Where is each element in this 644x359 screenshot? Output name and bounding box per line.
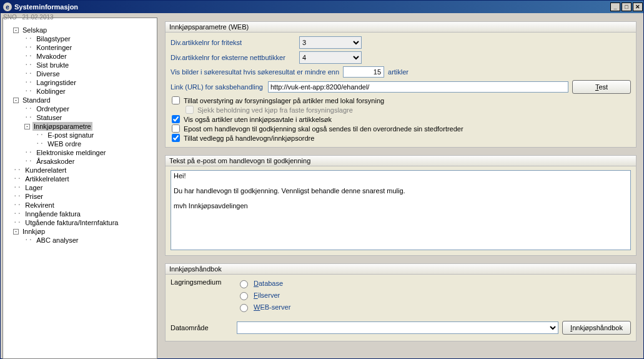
tree-item[interactable]: ·· Elektroniske meldinger: [3, 148, 156, 157]
tree-item[interactable]: ·· Diverse: [3, 69, 156, 78]
tree-item[interactable]: ·· Lager: [3, 183, 156, 192]
tree-item[interactable]: -Selskap: [3, 26, 156, 34]
group-title-handbok: Innkjøpshåndbok: [166, 264, 636, 275]
tree-item-label[interactable]: E-post signatur: [46, 131, 95, 139]
tree-item[interactable]: ·· Utgående faktura/Internfaktura: [3, 218, 156, 227]
tree-item-label[interactable]: Selskap: [21, 26, 48, 34]
minimize-button[interactable]: _: [610, 3, 620, 11]
tree-item-label[interactable]: Innkjøp: [21, 227, 46, 236]
radio-database[interactable]: [240, 280, 248, 288]
chk-vedlegg[interactable]: [172, 134, 180, 142]
textarea-epost[interactable]: Hei! Du har handlevogn til godkjenning. …: [171, 170, 631, 250]
label-vedlegg: Tillat vedlegg på handlevogn/innkjøpsord…: [184, 134, 314, 142]
tree-item-label[interactable]: Lager: [24, 183, 44, 192]
input-bilder[interactable]: [343, 66, 384, 78]
collapse-icon[interactable]: -: [13, 28, 19, 33]
tree-item-label[interactable]: Elektroniske meldinger: [35, 148, 107, 157]
group-title-epost: Tekst på e-post om handlevogn til godkje…: [166, 156, 636, 166]
tree-item-label[interactable]: Standard: [21, 96, 52, 104]
radio-filserver[interactable]: [240, 292, 248, 300]
tree-item[interactable]: ·· Konteringer: [3, 43, 156, 52]
tree-item[interactable]: -Innkjøpsparametre: [3, 122, 156, 131]
tree: -Selskap·· Bilagstyper·· Konteringer·· M…: [3, 24, 157, 246]
close-button[interactable]: ✕: [633, 3, 643, 11]
group-title: Innkjøpsparametre (WEB): [166, 22, 636, 33]
label-bilder-pre: Vis bilder i søkeresultat hvis søkeresul…: [171, 68, 339, 76]
tree-item[interactable]: ·· ABC analyser: [3, 236, 156, 245]
tree-item-label[interactable]: Kunderelatert: [24, 166, 67, 174]
chk-overstyring[interactable]: [172, 96, 180, 104]
tree-item-label[interactable]: Diverse: [35, 69, 61, 78]
radio-web-server[interactable]: [240, 304, 248, 312]
collapse-icon[interactable]: -: [13, 229, 19, 235]
window-buttons: _ □ ✕: [610, 1, 643, 13]
tree-panel[interactable]: -Selskap·· Bilagstyper·· Konteringer·· M…: [2, 18, 157, 359]
body: -Selskap·· Bilagstyper·· Konteringer·· M…: [1, 13, 643, 358]
tree-item-label[interactable]: Inngående faktura: [24, 210, 82, 218]
chk-visogsa[interactable]: [172, 115, 180, 123]
label-visogsa: Vis også artikler uten innkjøpsavtale i …: [184, 116, 332, 123]
tree-item[interactable]: ·· Koblinger: [3, 87, 156, 96]
group-innkjopsparametre: Innkjøpsparametre (WEB) Div.artikkelnr f…: [165, 21, 637, 148]
label-bilder-post: artikler: [388, 68, 409, 76]
collapse-icon[interactable]: -: [13, 98, 19, 103]
tree-item[interactable]: ·· Priser: [3, 192, 156, 201]
label-eksterne: Div.artikkelnr for eksterne nettbutikker: [171, 54, 295, 61]
label-sjekk: Sjekk beholdning ved kjøp fra faste fors…: [197, 106, 353, 114]
test-button[interactable]: Test: [572, 80, 631, 94]
label-dataomrade: Dataområde: [171, 324, 233, 331]
tree-item-label[interactable]: WEB ordre: [46, 139, 82, 148]
tree-item[interactable]: ·· Kunderelatert: [3, 166, 156, 174]
tree-item-label[interactable]: Rekvirent: [24, 201, 55, 210]
tree-item-label[interactable]: Artikkelrelatert: [24, 174, 70, 183]
app-icon: e: [3, 3, 12, 11]
tree-item-label[interactable]: ABC analyser: [35, 236, 79, 245]
select-dataomrade[interactable]: [237, 321, 558, 334]
content-panel: Innkjøpsparametre (WEB) Div.artikkelnr f…: [157, 18, 642, 356]
tree-item[interactable]: ·· Artikkelrelatert: [3, 174, 156, 183]
tree-item[interactable]: ·· Mvakoder: [3, 52, 156, 61]
label-url: Link (URL) for saksbehandling: [171, 83, 264, 91]
radio-label: Filserver: [254, 291, 280, 299]
tree-item[interactable]: -Innkjøp: [3, 227, 156, 236]
maximize-button[interactable]: □: [622, 3, 632, 11]
window-title: Systeminformasjon: [14, 3, 78, 11]
tree-item[interactable]: ·· Rekvirent: [3, 201, 156, 210]
tree-item[interactable]: ·· Årsakskoder: [3, 157, 156, 166]
tree-item-label[interactable]: Mvakoder: [35, 52, 67, 61]
select-eksterne[interactable]: 4: [299, 51, 362, 64]
radio-group-medium: DatabaseFilserverWEB-server: [237, 278, 290, 312]
select-fritekst[interactable]: 3: [299, 36, 362, 49]
radio-label: WEB-server: [254, 303, 290, 311]
tree-item[interactable]: -Standard: [3, 96, 156, 104]
tree-item-label[interactable]: Lagringstider: [35, 78, 77, 87]
collapse-icon[interactable]: -: [24, 124, 30, 129]
tree-item-label[interactable]: Ordretyper: [35, 104, 71, 113]
input-url[interactable]: [268, 81, 568, 93]
tree-item[interactable]: ·· Inngående faktura: [3, 210, 156, 218]
tree-item-label[interactable]: Utgående faktura/Internfaktura: [24, 218, 119, 227]
label-fritekst: Div.artikkelnr for fritekst: [171, 39, 295, 46]
tree-item-label[interactable]: Innkjøpsparametre: [32, 122, 92, 131]
tree-item-label[interactable]: Priser: [24, 192, 44, 201]
label-epost: Epost om handlevogn til godkjenning skal…: [184, 125, 463, 133]
tree-item[interactable]: ·· Ordretyper: [3, 104, 156, 113]
tree-item-label[interactable]: Koblinger: [35, 87, 66, 96]
tree-item[interactable]: ·· E-post signatur: [3, 131, 156, 139]
tree-item[interactable]: ·· Bilagstyper: [3, 34, 156, 43]
app-window: e Systeminformasjon _ □ ✕ SNO - 21.02.20…: [0, 0, 644, 359]
chk-epost[interactable]: [172, 124, 180, 133]
group-epost-tekst: Tekst på e-post om handlevogn til godkje…: [165, 155, 637, 256]
tree-item-label[interactable]: Bilagstyper: [35, 34, 71, 43]
tree-item[interactable]: ·· Statuser: [3, 113, 156, 122]
tree-item-label[interactable]: Konteringer: [35, 43, 73, 52]
tree-item[interactable]: ·· Sist brukte: [3, 61, 156, 69]
tree-item-label[interactable]: Årsakskoder: [35, 157, 76, 166]
tree-item-label[interactable]: Sist brukte: [35, 61, 70, 69]
tree-item-label[interactable]: Statuser: [35, 113, 63, 122]
handbok-button[interactable]: Innkjøpshåndbok: [562, 321, 631, 335]
tree-item[interactable]: ·· Lagringstider: [3, 78, 156, 87]
label-medium: Lagringsmedium: [171, 278, 233, 286]
tree-item[interactable]: ·· WEB ordre: [3, 139, 156, 148]
titlebar: e Systeminformasjon _ □ ✕: [1, 1, 643, 13]
